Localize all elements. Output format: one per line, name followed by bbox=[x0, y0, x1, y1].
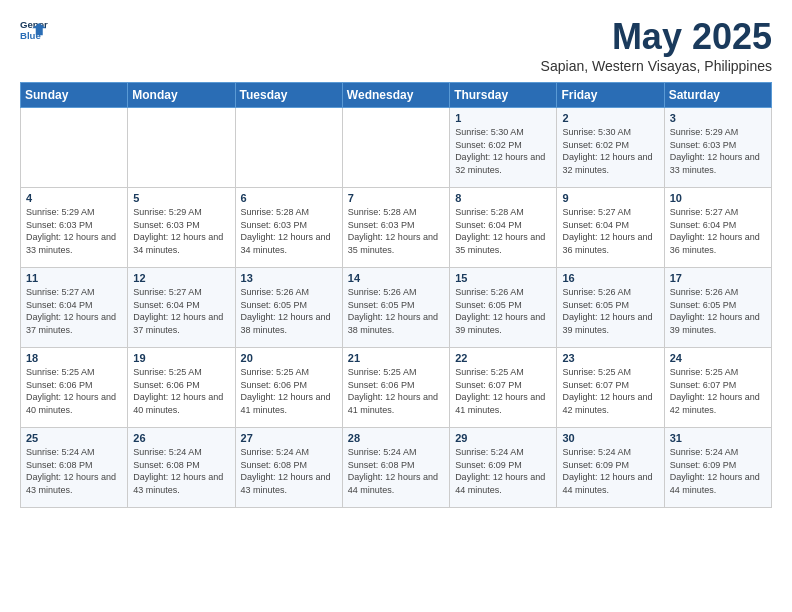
header-tuesday: Tuesday bbox=[235, 83, 342, 108]
day-content: Sunrise: 5:25 AMSunset: 6:06 PMDaylight:… bbox=[241, 366, 337, 416]
day-number: 11 bbox=[26, 272, 122, 284]
day-content: Sunrise: 5:28 AMSunset: 6:04 PMDaylight:… bbox=[455, 206, 551, 256]
day-content: Sunrise: 5:25 AMSunset: 6:07 PMDaylight:… bbox=[455, 366, 551, 416]
calendar-day-cell: 6Sunrise: 5:28 AMSunset: 6:03 PMDaylight… bbox=[235, 188, 342, 268]
calendar-day-cell: 25Sunrise: 5:24 AMSunset: 6:08 PMDayligh… bbox=[21, 428, 128, 508]
day-content: Sunrise: 5:26 AMSunset: 6:05 PMDaylight:… bbox=[348, 286, 444, 336]
calendar-week-row: 25Sunrise: 5:24 AMSunset: 6:08 PMDayligh… bbox=[21, 428, 772, 508]
day-content: Sunrise: 5:25 AMSunset: 6:07 PMDaylight:… bbox=[562, 366, 658, 416]
header-wednesday: Wednesday bbox=[342, 83, 449, 108]
svg-text:General: General bbox=[20, 19, 48, 30]
day-number: 10 bbox=[670, 192, 766, 204]
day-number: 19 bbox=[133, 352, 229, 364]
day-number: 4 bbox=[26, 192, 122, 204]
calendar-day-cell bbox=[128, 108, 235, 188]
logo-icon: General Blue bbox=[20, 16, 48, 44]
day-number: 28 bbox=[348, 432, 444, 444]
calendar-day-cell: 15Sunrise: 5:26 AMSunset: 6:05 PMDayligh… bbox=[450, 268, 557, 348]
calendar-day-cell bbox=[21, 108, 128, 188]
calendar-day-cell: 3Sunrise: 5:29 AMSunset: 6:03 PMDaylight… bbox=[664, 108, 771, 188]
day-number: 8 bbox=[455, 192, 551, 204]
day-content: Sunrise: 5:26 AMSunset: 6:05 PMDaylight:… bbox=[562, 286, 658, 336]
calendar-week-row: 11Sunrise: 5:27 AMSunset: 6:04 PMDayligh… bbox=[21, 268, 772, 348]
calendar-day-cell: 26Sunrise: 5:24 AMSunset: 6:08 PMDayligh… bbox=[128, 428, 235, 508]
day-number: 23 bbox=[562, 352, 658, 364]
day-number: 24 bbox=[670, 352, 766, 364]
day-number: 7 bbox=[348, 192, 444, 204]
day-content: Sunrise: 5:25 AMSunset: 6:06 PMDaylight:… bbox=[26, 366, 122, 416]
calendar-day-cell bbox=[342, 108, 449, 188]
calendar-day-cell: 27Sunrise: 5:24 AMSunset: 6:08 PMDayligh… bbox=[235, 428, 342, 508]
calendar-header-row: Sunday Monday Tuesday Wednesday Thursday… bbox=[21, 83, 772, 108]
day-content: Sunrise: 5:25 AMSunset: 6:07 PMDaylight:… bbox=[670, 366, 766, 416]
calendar-day-cell: 20Sunrise: 5:25 AMSunset: 6:06 PMDayligh… bbox=[235, 348, 342, 428]
calendar-week-row: 18Sunrise: 5:25 AMSunset: 6:06 PMDayligh… bbox=[21, 348, 772, 428]
day-content: Sunrise: 5:26 AMSunset: 6:05 PMDaylight:… bbox=[670, 286, 766, 336]
day-number: 26 bbox=[133, 432, 229, 444]
header-thursday: Thursday bbox=[450, 83, 557, 108]
day-number: 31 bbox=[670, 432, 766, 444]
calendar-day-cell bbox=[235, 108, 342, 188]
day-number: 29 bbox=[455, 432, 551, 444]
day-number: 30 bbox=[562, 432, 658, 444]
day-content: Sunrise: 5:27 AMSunset: 6:04 PMDaylight:… bbox=[562, 206, 658, 256]
day-content: Sunrise: 5:27 AMSunset: 6:04 PMDaylight:… bbox=[26, 286, 122, 336]
header-saturday: Saturday bbox=[664, 83, 771, 108]
day-content: Sunrise: 5:27 AMSunset: 6:04 PMDaylight:… bbox=[670, 206, 766, 256]
calendar-day-cell: 2Sunrise: 5:30 AMSunset: 6:02 PMDaylight… bbox=[557, 108, 664, 188]
day-content: Sunrise: 5:26 AMSunset: 6:05 PMDaylight:… bbox=[455, 286, 551, 336]
month-title: May 2025 bbox=[541, 16, 772, 58]
day-number: 13 bbox=[241, 272, 337, 284]
calendar-day-cell: 24Sunrise: 5:25 AMSunset: 6:07 PMDayligh… bbox=[664, 348, 771, 428]
calendar-day-cell: 17Sunrise: 5:26 AMSunset: 6:05 PMDayligh… bbox=[664, 268, 771, 348]
day-number: 18 bbox=[26, 352, 122, 364]
day-content: Sunrise: 5:24 AMSunset: 6:08 PMDaylight:… bbox=[26, 446, 122, 496]
day-content: Sunrise: 5:24 AMSunset: 6:08 PMDaylight:… bbox=[133, 446, 229, 496]
day-number: 27 bbox=[241, 432, 337, 444]
calendar-day-cell: 21Sunrise: 5:25 AMSunset: 6:06 PMDayligh… bbox=[342, 348, 449, 428]
calendar-day-cell: 31Sunrise: 5:24 AMSunset: 6:09 PMDayligh… bbox=[664, 428, 771, 508]
day-content: Sunrise: 5:25 AMSunset: 6:06 PMDaylight:… bbox=[348, 366, 444, 416]
day-number: 20 bbox=[241, 352, 337, 364]
calendar-day-cell: 18Sunrise: 5:25 AMSunset: 6:06 PMDayligh… bbox=[21, 348, 128, 428]
calendar-day-cell: 8Sunrise: 5:28 AMSunset: 6:04 PMDaylight… bbox=[450, 188, 557, 268]
calendar-day-cell: 23Sunrise: 5:25 AMSunset: 6:07 PMDayligh… bbox=[557, 348, 664, 428]
day-content: Sunrise: 5:27 AMSunset: 6:04 PMDaylight:… bbox=[133, 286, 229, 336]
day-number: 1 bbox=[455, 112, 551, 124]
day-content: Sunrise: 5:30 AMSunset: 6:02 PMDaylight:… bbox=[455, 126, 551, 176]
calendar-day-cell: 19Sunrise: 5:25 AMSunset: 6:06 PMDayligh… bbox=[128, 348, 235, 428]
day-number: 3 bbox=[670, 112, 766, 124]
day-content: Sunrise: 5:29 AMSunset: 6:03 PMDaylight:… bbox=[670, 126, 766, 176]
calendar-day-cell: 7Sunrise: 5:28 AMSunset: 6:03 PMDaylight… bbox=[342, 188, 449, 268]
header-monday: Monday bbox=[128, 83, 235, 108]
day-number: 2 bbox=[562, 112, 658, 124]
calendar-day-cell: 12Sunrise: 5:27 AMSunset: 6:04 PMDayligh… bbox=[128, 268, 235, 348]
day-content: Sunrise: 5:24 AMSunset: 6:09 PMDaylight:… bbox=[455, 446, 551, 496]
day-content: Sunrise: 5:24 AMSunset: 6:09 PMDaylight:… bbox=[562, 446, 658, 496]
day-number: 5 bbox=[133, 192, 229, 204]
calendar-day-cell: 11Sunrise: 5:27 AMSunset: 6:04 PMDayligh… bbox=[21, 268, 128, 348]
calendar-day-cell: 4Sunrise: 5:29 AMSunset: 6:03 PMDaylight… bbox=[21, 188, 128, 268]
day-number: 12 bbox=[133, 272, 229, 284]
calendar-day-cell: 5Sunrise: 5:29 AMSunset: 6:03 PMDaylight… bbox=[128, 188, 235, 268]
day-number: 25 bbox=[26, 432, 122, 444]
logo: General Blue bbox=[20, 16, 48, 44]
calendar-day-cell: 29Sunrise: 5:24 AMSunset: 6:09 PMDayligh… bbox=[450, 428, 557, 508]
day-content: Sunrise: 5:24 AMSunset: 6:09 PMDaylight:… bbox=[670, 446, 766, 496]
day-content: Sunrise: 5:25 AMSunset: 6:06 PMDaylight:… bbox=[133, 366, 229, 416]
calendar-day-cell: 22Sunrise: 5:25 AMSunset: 6:07 PMDayligh… bbox=[450, 348, 557, 428]
day-number: 14 bbox=[348, 272, 444, 284]
day-content: Sunrise: 5:30 AMSunset: 6:02 PMDaylight:… bbox=[562, 126, 658, 176]
title-area: May 2025 Sapian, Western Visayas, Philip… bbox=[541, 16, 772, 74]
calendar-week-row: 4Sunrise: 5:29 AMSunset: 6:03 PMDaylight… bbox=[21, 188, 772, 268]
calendar-day-cell: 1Sunrise: 5:30 AMSunset: 6:02 PMDaylight… bbox=[450, 108, 557, 188]
day-number: 15 bbox=[455, 272, 551, 284]
calendar-day-cell: 28Sunrise: 5:24 AMSunset: 6:08 PMDayligh… bbox=[342, 428, 449, 508]
day-content: Sunrise: 5:29 AMSunset: 6:03 PMDaylight:… bbox=[133, 206, 229, 256]
calendar-day-cell: 10Sunrise: 5:27 AMSunset: 6:04 PMDayligh… bbox=[664, 188, 771, 268]
calendar-day-cell: 9Sunrise: 5:27 AMSunset: 6:04 PMDaylight… bbox=[557, 188, 664, 268]
header-sunday: Sunday bbox=[21, 83, 128, 108]
calendar-day-cell: 30Sunrise: 5:24 AMSunset: 6:09 PMDayligh… bbox=[557, 428, 664, 508]
header-friday: Friday bbox=[557, 83, 664, 108]
calendar-day-cell: 16Sunrise: 5:26 AMSunset: 6:05 PMDayligh… bbox=[557, 268, 664, 348]
